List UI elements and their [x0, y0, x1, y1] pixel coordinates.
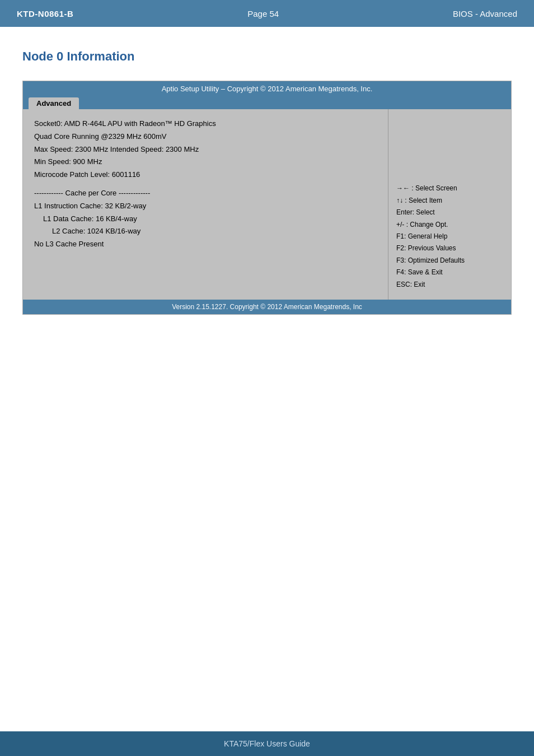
help-f2: F2: Previous Values — [396, 242, 503, 254]
bios-title-bar: Aptio Setup Utility – Copyright © 2012 A… — [23, 81, 511, 96]
bios-tab-advanced[interactable]: Advanced — [29, 97, 79, 109]
cache-separator: ------------ Cache per Core ------------… — [34, 188, 377, 199]
help-f3: F3: Optimized Defaults — [396, 255, 503, 266]
bios-tab-row: Advanced — [23, 96, 511, 109]
help-change: +/- : Change Opt. — [396, 219, 503, 230]
bios-body: Socket0: AMD R-464L APU with Radeon™ HD … — [23, 109, 511, 300]
socket-line4: Min Speed: 900 MHz — [34, 156, 377, 168]
bios-footer: Version 2.15.1227. Copyright © 2012 Amer… — [23, 300, 511, 314]
help-esc: ESC: Exit — [396, 279, 503, 290]
help-enter: Enter: Select — [396, 207, 503, 218]
header-right: BIOS - Advanced — [453, 9, 517, 18]
cache-l1d: L1 Data Cache: 16 KB/4-way — [34, 213, 377, 225]
main-content: Node 0 Information Aptio Setup Utility –… — [0, 27, 534, 731]
cache-l3: No L3 Cache Present — [34, 239, 377, 250]
header-bar: KTD-N0861-B Page 54 BIOS - Advanced — [0, 0, 534, 27]
header-left: KTD-N0861-B — [17, 9, 73, 18]
help-f1: F1: General Help — [396, 231, 503, 242]
cache-l1i: L1 Instruction Cache: 32 KB/2-way — [34, 200, 377, 212]
header-center: Page 54 — [247, 9, 279, 18]
help-select-item: ↑↓ : Select Item — [396, 195, 503, 206]
cache-l2: L2 Cache: 1024 KB/16-way — [34, 226, 377, 237]
help-f4: F4: Save & Exit — [396, 267, 503, 278]
help-select-screen: →← : Select Screen — [396, 183, 503, 194]
bios-help-text: →← : Select Screen ↑↓ : Select Item Ente… — [396, 183, 503, 291]
socket-line5: Microcode Patch Level: 6001116 — [34, 169, 377, 181]
socket-line2: Quad Core Running @2329 MHz 600mV — [34, 131, 377, 143]
bios-right-panel: →← : Select Screen ↑↓ : Select Item Ente… — [388, 109, 511, 300]
page-footer: KTA75/Flex Users Guide — [0, 731, 534, 756]
socket-line3: Max Speed: 2300 MHz Intended Speed: 2300… — [34, 144, 377, 156]
socket-line1: Socket0: AMD R-464L APU with Radeon™ HD … — [34, 118, 377, 130]
bios-left-panel: Socket0: AMD R-464L APU with Radeon™ HD … — [23, 109, 388, 300]
page-title: Node 0 Information — [22, 49, 512, 64]
bios-container: Aptio Setup Utility – Copyright © 2012 A… — [22, 81, 512, 315]
